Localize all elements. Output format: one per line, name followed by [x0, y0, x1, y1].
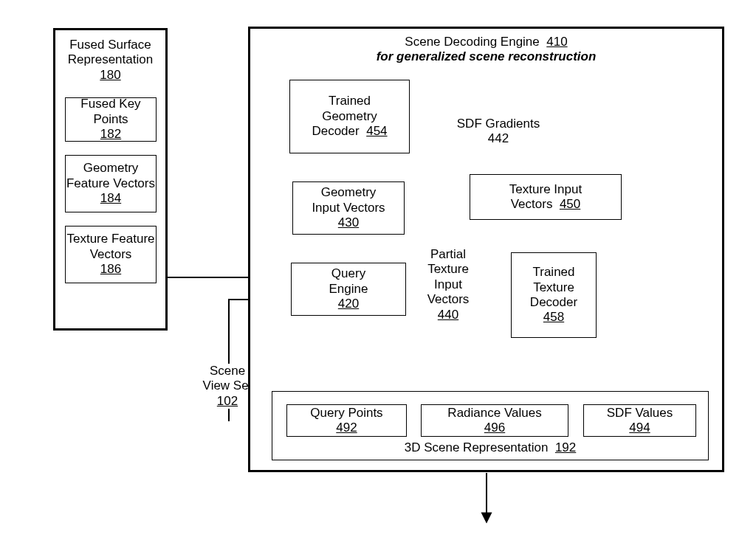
tgd-ref: 454 [366, 124, 387, 138]
tgd-l1: Trained [329, 94, 371, 108]
rv-row: Radiance Values 496 [447, 406, 541, 436]
ptiv-ref: 440 [438, 308, 458, 322]
ttd-l1: Trained [532, 265, 574, 280]
qp-label: Query Points [310, 406, 382, 420]
qe-ref: 420 [338, 297, 359, 311]
radiance-values-box: Radiance Values 496 [421, 404, 568, 437]
scene-rep-title: 3D Scene Representation [405, 440, 549, 454]
engine-title: Scene Decoding Engine [405, 35, 539, 49]
ptiv-l1: Partial [430, 247, 466, 261]
tiv-l1: Texture Input [509, 182, 582, 197]
rv-ref: 496 [484, 421, 505, 435]
ttd-l2: Texture [533, 280, 574, 295]
panel-title: Fused Surface Representation 180 [55, 38, 165, 83]
geometry-feature-vectors-box: Geometry Feature Vectors 184 [65, 155, 157, 212]
sdfg-ref: 442 [488, 131, 509, 145]
texture-input-vectors-box: Texture Input Vectors 450 [470, 174, 622, 220]
giv-l1: Geometry [321, 185, 377, 200]
engine-title-block: Scene Decoding Engine 410 for generalize… [377, 35, 597, 65]
query-points-box: Query Points 492 [286, 404, 407, 437]
fused-key-points-label: Fused Key Points [66, 97, 156, 127]
scene-view-ref: 102 [217, 394, 238, 408]
tgd-l2: Geometry [322, 109, 377, 124]
qp-row: Query Points 492 [310, 406, 382, 436]
qe-l2: Engine [329, 282, 368, 297]
ptiv-l2: Texture [427, 262, 469, 276]
scene-rep-ref: 192 [555, 440, 576, 454]
sdf-values-box: SDF Values 494 [583, 404, 696, 437]
tgd-l3: Decoder [312, 124, 359, 138]
fused-surface-ref: 180 [100, 68, 120, 82]
query-engine-box: Query Engine 420 [291, 263, 406, 316]
rv-label: Radiance Values [447, 406, 541, 420]
partial-texture-input-vectors-label: Partial Texture Input Vectors 440 [415, 247, 481, 322]
ttd-ref: 458 [543, 310, 564, 325]
tgd-l3row: Decoder 454 [312, 124, 387, 139]
geometry-feature-vectors-label: Geometry Feature Vectors [66, 161, 156, 191]
giv-ref: 430 [338, 215, 359, 230]
tiv-l2: Vectors [511, 197, 553, 211]
sv-ref: 494 [629, 421, 650, 435]
scene-view-line2: View Set [203, 378, 252, 392]
trained-geometry-decoder-box: Trained Geometry Decoder 454 [289, 80, 410, 153]
texture-feature-vectors-ref: 186 [100, 262, 121, 277]
qe-l1: Query [331, 266, 365, 281]
giv-l2: Input Vectors [312, 201, 385, 215]
ttd-l3: Decoder [530, 295, 577, 310]
geometry-feature-vectors-ref: 184 [100, 191, 121, 206]
tiv-row: Vectors 450 [511, 197, 581, 212]
scene-view-line1: Scene [210, 364, 245, 378]
fused-key-points-ref: 182 [100, 127, 121, 142]
engine-subtitle: for generalized scene reconstruction [377, 49, 597, 63]
ptiv-l3: Input [434, 277, 462, 291]
engine-title-ref: 410 [546, 35, 567, 49]
geometry-input-vectors-box: Geometry Input Vectors 430 [292, 181, 405, 235]
ptiv-l4: Vectors [427, 292, 470, 306]
texture-feature-vectors-box: Texture Feature Vectors 186 [65, 226, 157, 283]
fused-surface-title: Fused Surface Representation [68, 38, 153, 66]
trained-texture-decoder-box: Trained Texture Decoder 458 [511, 252, 597, 338]
sv-label: SDF Values [607, 406, 673, 420]
tiv-ref: 450 [560, 197, 580, 211]
sdfg-l1: SDF Gradients [457, 117, 540, 131]
texture-feature-vectors-label: Texture Feature Vectors [66, 232, 156, 262]
scene-rep-title-row: 3D Scene Representation 192 [405, 440, 577, 455]
sv-row: SDF Values 494 [607, 406, 673, 436]
sdf-gradients-label: SDF Gradients 442 [436, 117, 561, 147]
fused-key-points-box: Fused Key Points 182 [65, 97, 157, 142]
qp-ref: 492 [336, 421, 357, 435]
